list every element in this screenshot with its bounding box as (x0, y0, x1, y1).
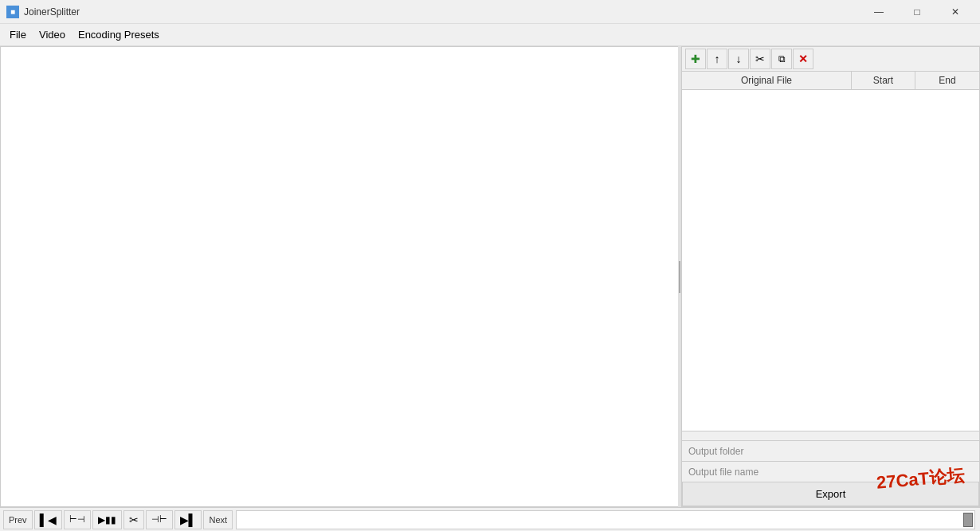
right-panel: ✚ ↑ ↓ ✂ ⧉ ✕ Original File Start End Outp… (681, 46, 980, 507)
table-body (682, 90, 979, 431)
next-button[interactable]: Next (203, 510, 233, 529)
column-start: Start (852, 72, 915, 89)
delete-button[interactable]: ✕ (793, 49, 813, 69)
timeline-thumb (963, 513, 973, 527)
app-title: JoinerSplitter (24, 6, 80, 18)
move-down-button[interactable]: ↓ (728, 49, 749, 69)
file-table: Original File Start End (682, 72, 979, 431)
prev-button[interactable]: Prev (3, 510, 33, 529)
app-icon: ■ (6, 6, 19, 18)
video-area (0, 46, 678, 507)
bottom-bar: Prev ▌◀ ⊢⊣ ▶▮▮ ✂ ⊣⊢ ▶▌ Next (0, 507, 980, 531)
cut-left-button[interactable]: ⊢⊣ (64, 510, 91, 529)
table-header: Original File Start End (682, 72, 979, 90)
menu-video[interactable]: Video (33, 25, 72, 44)
add-button[interactable]: ✚ (685, 49, 706, 69)
title-bar-left: ■ JoinerSplitter (6, 6, 80, 18)
title-bar: ■ JoinerSplitter — □ ✕ (0, 0, 980, 24)
menu-encoding-presets[interactable]: Encoding Presets (72, 25, 166, 44)
panel-divider[interactable] (678, 46, 681, 507)
skip-forward-button[interactable]: ▶▌ (174, 510, 202, 529)
cut-button[interactable]: ✂ (750, 49, 770, 69)
right-panel-scrollbar[interactable] (682, 431, 979, 440)
output-folder-label: Output folder (682, 446, 979, 457)
menu-file[interactable]: File (3, 25, 33, 44)
timeline-scrubber[interactable] (236, 510, 975, 529)
play-pause-button[interactable]: ▶▮▮ (92, 510, 122, 529)
copy-button[interactable]: ⧉ (771, 49, 792, 69)
menu-bar: File Video Encoding Presets (0, 24, 980, 46)
column-original-file: Original File (682, 72, 852, 89)
scissors-button[interactable]: ✂ (123, 510, 144, 529)
close-button[interactable]: ✕ (937, 0, 974, 24)
move-up-button[interactable]: ↑ (707, 49, 727, 69)
main-area: ✚ ↑ ↓ ✂ ⧉ ✕ Original File Start End Outp… (0, 46, 980, 507)
minimize-button[interactable]: — (860, 0, 897, 24)
right-toolbar: ✚ ↑ ↓ ✂ ⧉ ✕ (682, 47, 979, 72)
skip-back-button[interactable]: ▌◀ (34, 510, 62, 529)
column-end: End (915, 72, 979, 89)
maximize-button[interactable]: □ (899, 0, 935, 24)
output-folder-row: Output folder (682, 441, 979, 462)
cut-right-button[interactable]: ⊣⊢ (146, 510, 173, 529)
window-controls: — □ ✕ (860, 0, 974, 24)
